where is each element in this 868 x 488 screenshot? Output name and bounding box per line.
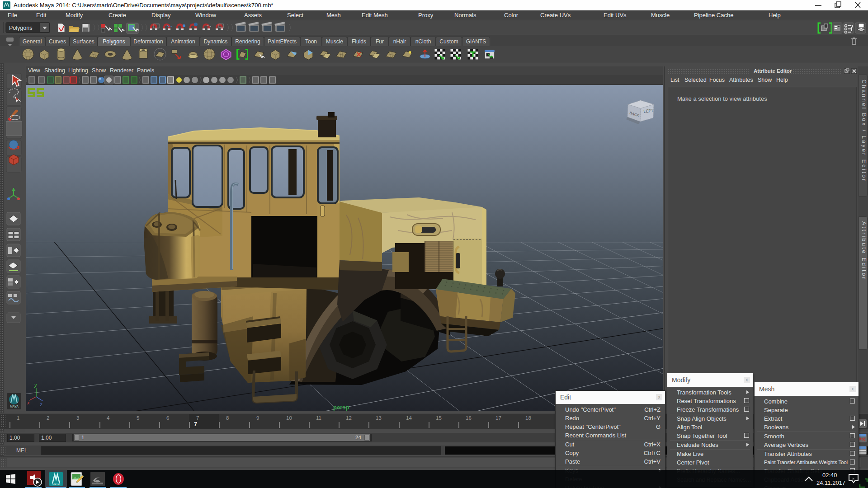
svg-text:Polygons: Polygons [9,25,32,31]
svg-text:MAYA: MAYA [10,405,19,408]
svg-text:persp: persp [333,404,349,411]
svg-text:z: z [39,402,42,407]
svg-text:MAYA: MAYA [52,483,60,486]
svg-text:x: x [27,400,30,405]
